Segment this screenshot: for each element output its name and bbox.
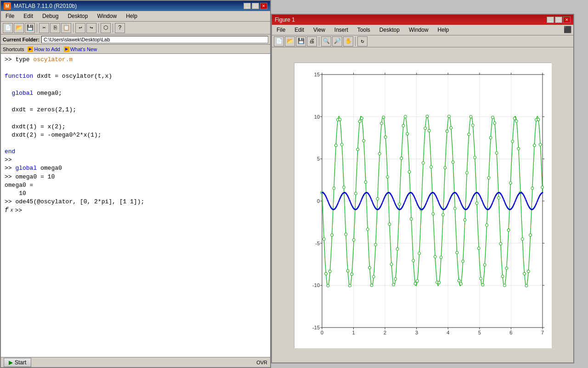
- matlab-minimize-btn[interactable]: _: [243, 3, 251, 9]
- toolbar-sep2: [73, 23, 74, 33]
- fig-open-btn[interactable]: 📂: [285, 36, 295, 46]
- cmd-line-dxdt1: dxdt(1) = x(2);: [5, 123, 266, 131]
- plot-container: [294, 63, 551, 348]
- cmd-line-blank4: [5, 114, 266, 122]
- fig-menu-tools[interactable]: Tools: [355, 26, 373, 34]
- cmd-line-omega0set: >> omega0 = 10: [5, 173, 266, 181]
- cmd-line-omega0label: omega0 =: [5, 181, 266, 190]
- fig-menu-edit[interactable]: Edit: [292, 26, 307, 34]
- shortcut-icon-2: ▶: [64, 46, 69, 52]
- menu-file[interactable]: File: [3, 12, 17, 20]
- fig-menu-help[interactable]: Help: [435, 26, 452, 34]
- fig-zoom-in-btn[interactable]: 🔍: [321, 36, 331, 46]
- cmd-line-blank5: [5, 139, 266, 148]
- figure-title-left: Figure 1: [275, 17, 295, 23]
- fig-menu-window[interactable]: Window: [406, 26, 431, 34]
- cmd-line-zeros: dxdt = zeros(2,1);: [5, 106, 266, 114]
- matlab-window: M MATLAB 7.11.0 (R2010b) _ □ ✕ File Edit…: [0, 0, 271, 368]
- cmd-line-blank1: [5, 64, 266, 72]
- plot-canvas: [294, 63, 552, 348]
- fig-dock-btn[interactable]: ⬛: [564, 26, 571, 34]
- fig-new-btn[interactable]: 📄: [274, 36, 284, 46]
- cmd-line-blank2: [5, 81, 266, 89]
- shortcuts-label: Shortcuts: [3, 46, 24, 52]
- cmd-line-dxdt2: dxdt(2) = -omega0^2*x(1);: [5, 131, 266, 139]
- cmd-line-prompt2: fx >>: [5, 206, 266, 215]
- ovr-indicator: OVR: [256, 360, 267, 365]
- figure-window: Figure 1 _ □ ✕ File Edit View Insert Too…: [271, 14, 574, 363]
- menu-debug[interactable]: Debug: [40, 12, 61, 20]
- fig-rotate-btn[interactable]: ↻: [357, 36, 368, 46]
- plot-area: [272, 47, 573, 362]
- toolbar-sep1: [37, 23, 37, 33]
- fig-menu-view[interactable]: View: [311, 26, 328, 34]
- cmd-line-end: end: [5, 148, 266, 156]
- cmd-line-1: >> type oscylator.m: [5, 56, 266, 64]
- fig-zoom-out-btn[interactable]: 🔎: [332, 36, 342, 46]
- cut-btn[interactable]: ✂: [39, 23, 49, 33]
- matlab-title-bar: M MATLAB 7.11.0 (R2010b) _ □ ✕: [1, 1, 270, 11]
- shortcut-how-to-add[interactable]: ▶ How to Add: [28, 46, 60, 52]
- matlab-status-bar: ▶ Start OVR: [1, 357, 270, 367]
- save-file-btn[interactable]: 💾: [25, 23, 35, 33]
- redo-btn[interactable]: ↪: [86, 23, 96, 33]
- matlab-icon: M: [4, 2, 11, 10]
- matlab-toolbar: 📄 📂 💾 ✂ ⎘ 📋 ↩ ↪ ⬡ ?: [1, 22, 270, 34]
- start-icon: ▶: [9, 359, 13, 366]
- shortcuts-bar: Shortcuts ▶ How to Add ▶ What's New: [1, 45, 270, 54]
- shortcut-icon-1: ▶: [28, 46, 33, 52]
- cmd-line-global: global omega0;: [5, 89, 266, 98]
- shortcut-label-2: What's New: [70, 46, 97, 52]
- figure-menu-bar: File Edit View Insert Tools Desktop Wind…: [272, 25, 573, 35]
- cmd-line-omega0val: 10: [5, 190, 266, 198]
- cmd-line-ode45: >> ode45(@oscylator, [0, 2*pi], [1 1]);: [5, 198, 266, 206]
- cmd-line-func: function dxdt = oscylator(t,x): [5, 72, 266, 80]
- command-window[interactable]: >> type oscylator.m function dxdt = oscy…: [1, 54, 270, 357]
- toolbar-sep3: [98, 23, 99, 33]
- paste-btn[interactable]: 📋: [61, 23, 71, 33]
- matlab-maximize-btn[interactable]: □: [252, 3, 259, 9]
- fig-sep2: [355, 37, 356, 46]
- current-folder-input[interactable]: [41, 36, 268, 43]
- shortcut-label-1: How to Add: [34, 46, 60, 52]
- figure-toolbar: 📄 📂 💾 🖨 🔍 🔎 ✋ ↻: [272, 35, 573, 47]
- fig-menu-insert[interactable]: Insert: [332, 26, 351, 34]
- copy-btn[interactable]: ⎘: [50, 23, 60, 33]
- start-label: Start: [15, 359, 26, 366]
- figure-minimize-btn[interactable]: _: [547, 17, 554, 23]
- fig-sep1: [319, 37, 319, 46]
- help-btn[interactable]: ?: [115, 23, 125, 33]
- shortcut-whats-new[interactable]: ▶ What's New: [64, 46, 97, 52]
- menu-window[interactable]: Window: [94, 12, 119, 20]
- open-file-btn[interactable]: 📂: [14, 23, 24, 33]
- figure-title-bar: Figure 1 _ □ ✕: [272, 15, 573, 25]
- figure-title: Figure 1: [275, 17, 295, 23]
- menu-desktop[interactable]: Desktop: [65, 12, 90, 20]
- toolbar-sep4: [113, 23, 113, 33]
- matlab-menu-bar: File Edit Debug Desktop Window Help: [1, 11, 270, 22]
- fig-save-btn[interactable]: 💾: [296, 36, 306, 46]
- matlab-title: MATLAB 7.11.0 (R2010b): [14, 3, 77, 9]
- figure-title-controls: _ □ ✕: [547, 17, 571, 23]
- new-file-btn[interactable]: 📄: [3, 23, 13, 33]
- cmd-line-prompt1: >>: [5, 156, 266, 164]
- matlab-title-controls: _ □ ✕: [243, 3, 267, 9]
- simulink-btn[interactable]: ⬡: [101, 23, 111, 33]
- figure-maximize-btn[interactable]: □: [555, 17, 562, 23]
- fig-menu-file[interactable]: File: [274, 26, 288, 34]
- fig-print-btn[interactable]: 🖨: [307, 36, 317, 46]
- start-button[interactable]: ▶ Start: [4, 358, 31, 367]
- figure-close-btn[interactable]: ✕: [563, 17, 571, 23]
- undo-btn[interactable]: ↩: [75, 23, 85, 33]
- cmd-line-global2: >> global omega0: [5, 164, 266, 172]
- menu-help[interactable]: Help: [123, 12, 140, 20]
- cmd-line-blank3: [5, 98, 266, 106]
- fig-pan-btn[interactable]: ✋: [343, 36, 353, 46]
- title-bar-left: M MATLAB 7.11.0 (R2010b): [4, 2, 77, 10]
- matlab-close-btn[interactable]: ✕: [260, 3, 267, 9]
- current-folder-bar: Current Folder:: [1, 34, 270, 45]
- menu-edit[interactable]: Edit: [21, 12, 36, 20]
- current-folder-label: Current Folder:: [3, 37, 40, 42]
- fig-menu-desktop[interactable]: Desktop: [377, 26, 402, 34]
